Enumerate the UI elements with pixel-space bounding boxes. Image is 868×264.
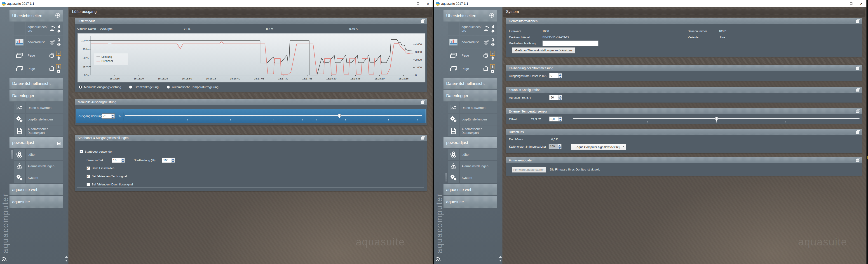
- sidebar-header-aquasuite[interactable]: aquasuite: [9, 196, 63, 208]
- sidebar-header-device[interactable]: poweradjust: [9, 137, 63, 148]
- aquabus-address-stepper[interactable]: 50: [549, 95, 562, 100]
- checkbox[interactable]: [87, 166, 90, 170]
- stepper-down-icon[interactable]: [558, 76, 562, 78]
- stepper-up-icon[interactable]: [111, 114, 115, 116]
- sidebar-item-alarmeinstellungen[interactable]: Alarmeinstellungen: [14, 161, 63, 171]
- stepper-value[interactable]: 0: [550, 73, 558, 78]
- sidebar-item-automatischer-datenexport[interactable]: Automatischer Datenexport: [14, 126, 63, 136]
- sidebar-header-datalogger[interactable]: Datenlogger: [443, 90, 497, 101]
- radio-icon[interactable]: [79, 86, 82, 88]
- flow-sensor-dropdown[interactable]: Aqua Computer high flow (53068): [571, 144, 626, 150]
- page-settings-icon[interactable]: [491, 42, 495, 47]
- show-on-desktop-icon[interactable]: [49, 66, 55, 72]
- lock-open-icon[interactable]: [490, 64, 495, 69]
- profiles-icon[interactable]: [421, 18, 426, 23]
- page-thumbnail[interactable]: [448, 22, 459, 35]
- profiles-icon[interactable]: [421, 99, 426, 104]
- device-description-input[interactable]: [542, 41, 598, 46]
- sidebar-header-overview[interactable]: Übersichtsseiten: [443, 10, 497, 22]
- overview-page-item[interactable]: poweradjust: [448, 36, 497, 49]
- sidebar-scroll-arrows[interactable]: [499, 256, 502, 262]
- stepper-up-icon[interactable]: [558, 144, 561, 147]
- stepper-value[interactable]: 0,0: [550, 116, 558, 121]
- titlebar[interactable]: aquasuite 2017-3.1 ✕: [0, 0, 433, 7]
- minimize-button[interactable]: [403, 0, 413, 7]
- page-thumbnail[interactable]: [14, 49, 25, 62]
- sidebar-item-automatischer-datenexport[interactable]: Automatischer Datenexport: [448, 126, 497, 136]
- lock-closed-icon[interactable]: [491, 24, 495, 29]
- startboost-option[interactable]: Bei fehlendem Durchflusssignal: [87, 183, 133, 186]
- profiles-icon[interactable]: [421, 135, 426, 140]
- show-on-desktop-icon[interactable]: [50, 39, 55, 45]
- page-thumbnail[interactable]: [448, 36, 459, 49]
- profiles-icon[interactable]: [856, 65, 861, 71]
- sidebar-header-quick-view[interactable]: Daten-Schnellansicht: [9, 78, 63, 89]
- overview-page-item[interactable]: aquaduct eco/ pro: [14, 22, 63, 35]
- page-thumbnail[interactable]: [448, 62, 459, 75]
- sidebar-item-l-fter[interactable]: Lüfter: [14, 149, 63, 160]
- sidebar-item-log-einstellungen[interactable]: Log-Einstellungen: [448, 114, 497, 125]
- page-thumbnail[interactable]: [14, 36, 25, 49]
- profiles-icon[interactable]: [856, 129, 861, 134]
- overview-page-item[interactable]: Page: [14, 49, 63, 62]
- sidebar-item-system[interactable]: System: [448, 172, 497, 183]
- unsaved-changes-icon[interactable]: [57, 141, 61, 146]
- page-settings-icon[interactable]: [491, 56, 495, 60]
- mode-option[interactable]: Automatische Temperaturregelung: [167, 85, 218, 89]
- mode-option[interactable]: Manuelle Ausgangsleistung: [79, 85, 121, 89]
- checkbox[interactable]: [80, 150, 83, 153]
- profiles-icon[interactable]: [856, 109, 861, 114]
- lock-open-icon[interactable]: [56, 51, 61, 56]
- stepper-value[interactable]: 50: [550, 95, 558, 100]
- overview-page-item[interactable]: Page: [14, 62, 63, 75]
- overview-page-item[interactable]: Page: [448, 49, 497, 62]
- sidebar-header-datalogger[interactable]: Datenlogger: [9, 90, 63, 101]
- show-on-desktop-icon[interactable]: [483, 53, 489, 58]
- page-settings-icon[interactable]: [57, 29, 61, 33]
- duration-stepper[interactable]: 10: [112, 158, 125, 163]
- stepper-up-icon[interactable]: [121, 158, 125, 160]
- minimize-button[interactable]: [836, 0, 846, 7]
- overview-page-item[interactable]: poweradjust: [14, 36, 63, 49]
- fan-history-chart[interactable]: 100 %75 %50 %25 %0 %4.0003.0002.0001.000…: [78, 33, 425, 82]
- startboost-option[interactable]: Beim Einschalten: [87, 166, 114, 170]
- checkbox[interactable]: [87, 175, 90, 178]
- checkbox[interactable]: [87, 183, 90, 186]
- sidebar-header-aquasuite-web[interactable]: aquasuite web: [9, 184, 63, 195]
- show-on-desktop-icon[interactable]: [50, 26, 55, 32]
- use-startboost-option[interactable]: Startboost verwenden: [80, 150, 113, 153]
- sidebar-header-aquasuite-web[interactable]: aquasuite web: [443, 184, 497, 195]
- stepper-value[interactable]: 100: [162, 158, 171, 163]
- scroll-up-icon[interactable]: [65, 256, 68, 258]
- sidebar-header-quick-view[interactable]: Daten-Schnellansicht: [443, 78, 497, 89]
- stepper-up-icon[interactable]: [558, 116, 562, 119]
- sidebar-item-daten-auswerten[interactable]: Daten auswerten: [448, 102, 497, 113]
- temp-offset-slider[interactable]: [572, 115, 861, 123]
- sidebar-header-aquasuite[interactable]: aquasuite: [443, 196, 497, 208]
- slider-track[interactable]: [125, 115, 422, 116]
- stepper-down-icon[interactable]: [558, 98, 562, 100]
- sidebar-scroll-arrows[interactable]: [65, 256, 68, 262]
- sidebar-item-daten-auswerten[interactable]: Daten auswerten: [14, 102, 63, 113]
- stepper-down-icon[interactable]: [121, 160, 125, 163]
- scroll-down-icon[interactable]: [65, 260, 68, 262]
- lock-closed-icon[interactable]: [491, 37, 495, 42]
- lock-closed-icon[interactable]: [57, 37, 61, 42]
- stepper-value[interactable]: 10: [112, 158, 121, 163]
- slider-thumb[interactable]: [715, 117, 718, 121]
- page-settings-icon[interactable]: [57, 69, 61, 74]
- lock-open-icon[interactable]: [56, 64, 61, 69]
- lock-closed-icon[interactable]: [57, 24, 61, 29]
- page-thumbnail[interactable]: [448, 49, 459, 62]
- page-thumbnail[interactable]: [14, 22, 25, 35]
- radio-icon[interactable]: [129, 86, 132, 88]
- add-page-icon[interactable]: [489, 13, 494, 18]
- stepper-up-icon[interactable]: [171, 158, 175, 160]
- stepper-down-icon[interactable]: [558, 119, 562, 122]
- close-button[interactable]: ✕: [856, 0, 866, 7]
- show-on-desktop-icon[interactable]: [483, 66, 489, 72]
- factory-reset-button[interactable]: Gerät auf Werkseinstellungen zurücksetze…: [512, 47, 575, 53]
- maximize-button[interactable]: [413, 0, 423, 7]
- show-on-desktop-icon[interactable]: [484, 26, 489, 32]
- mode-option[interactable]: Drehzahlregelung: [129, 85, 159, 89]
